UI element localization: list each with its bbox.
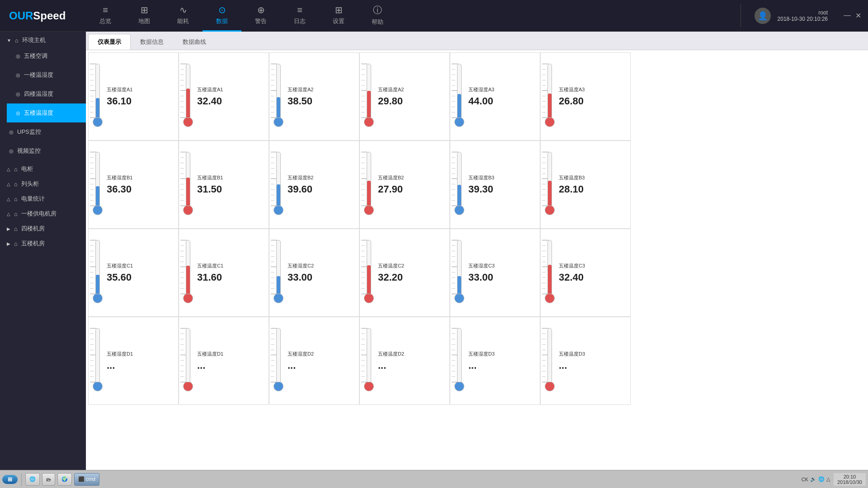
gauge-cell-2-3[interactable]: 五楼温度C232.20 [359,229,450,317]
gauge-cell-1-4[interactable]: 五楼湿度B339.30 [450,141,540,229]
gauge-cell-0-0[interactable]: 五楼湿度A136.10 [88,52,179,141]
taskbar-browser[interactable]: 🌍 [57,473,72,486]
taskbar-folder[interactable]: 🗁 [42,473,55,486]
gauge-cell-3-2[interactable]: 五楼湿度D2... [269,317,359,405]
gauge-cell-0-4[interactable]: 五楼湿度A344.00 [450,52,540,141]
gauge-cell-1-0[interactable]: 五楼湿度B136.30 [88,141,179,229]
nav-item-alert[interactable]: ⊕警告 [241,0,280,32]
gauge-cell-2-2[interactable]: 五楼湿度C233.00 [269,229,359,317]
nav-item-data[interactable]: ⊙数据 [203,0,241,32]
gauge-label-3-2: 五楼湿度D2 [288,351,314,357]
gauge-cell-0-1[interactable]: 五楼温度A132.40 [179,52,269,141]
username: root [778,9,828,16]
thermometer-blue [453,61,466,131]
thermometer-red [362,326,376,396]
gauge-cell-3-0[interactable]: 五楼湿度D1... [88,317,179,405]
nav-label-data: 数据 [216,17,228,25]
thermometer-blue [272,326,285,396]
taskbar-right: CK 🔊 🌐 △ 20:10 2018/10/30 [802,473,866,486]
sidebar-item-3[interactable]: ◎五楼温湿度 [7,103,86,122]
taskbar-cmd[interactable]: ⬛ cmd [74,473,99,486]
sidebar-group-env[interactable]: ▼⌂环境主机 [0,32,86,47]
gauge-label-1-1: 五楼温度B1 [197,174,223,181]
nav-icon-map: ⊞ [141,5,148,15]
gauge-cell-1-1[interactable]: 五楼温度B131.50 [179,141,269,229]
sidebar-group-floor-1[interactable]: ▶⌂五楼机房 [0,235,86,250]
thermometer-red [543,61,557,131]
sidebar-item-extra-1[interactable]: ◎视频监控 [0,141,86,160]
gauge-cell-3-4[interactable]: 五楼湿度D3... [450,317,540,405]
sidebar-group-0[interactable]: △⌂电柜 [0,160,86,175]
home-icon-3: ⌂ [14,211,18,217]
gauge-cell-2-1[interactable]: 五楼温度C131.60 [179,229,269,317]
nav-item-help[interactable]: ⓘ帮助 [358,0,397,32]
nav-icon-settings: ⊞ [335,5,343,15]
nav-item-map[interactable]: ⊞地图 [125,0,164,32]
start-button[interactable]: ⊞ [2,475,18,484]
gauge-cell-2-4[interactable]: 五楼湿度C333.00 [450,229,540,317]
caret-icon-1: △ [7,182,10,187]
gauge-cell-0-3[interactable]: 五楼温度A229.80 [359,52,450,141]
gauge-cell-3-3[interactable]: 五楼温度D2... [359,317,450,405]
gauge-value-1-0: 36.30 [107,183,132,195]
sidebar-item-1[interactable]: ◎一楼温湿度 [7,66,86,84]
nav-item-overview[interactable]: ≡总览 [86,0,125,32]
caret-icon-f1: ▶ [7,241,10,246]
circle-icon-1: ◎ [16,72,20,78]
gauge-value-1-3: 27.90 [378,183,403,195]
gauge-info-2-3: 五楼温度C232.20 [376,263,447,283]
gauge-cell-1-2[interactable]: 五楼湿度B239.60 [269,141,359,229]
thermometer-blue [272,238,285,308]
nav-item-energy[interactable]: ∿能耗 [164,0,203,32]
gauge-cell-1-3[interactable]: 五楼温度B227.90 [359,141,450,229]
gauge-cell-3-5[interactable]: 五楼温度D3... [540,317,631,405]
gauge-value-2-0: 35.60 [107,272,132,283]
tab-2[interactable]: 数据曲线 [173,34,216,50]
home-icon-2: ⌂ [14,196,18,202]
nav-label-help: 帮助 [372,18,383,26]
sidebar-group-2[interactable]: △⌂电量统计 [0,190,86,205]
gauge-label-1-4: 五楼湿度B3 [468,174,494,181]
gauge-cell-2-5[interactable]: 五楼温度C332.40 [540,229,631,317]
nav-icon-help: ⓘ [373,4,382,16]
gauge-value-0-5: 26.80 [559,95,584,107]
sidebar-group-3[interactable]: △⌂一楼供电机房 [0,205,86,220]
gauge-cell-3-1[interactable]: 五楼温度D1... [179,317,269,405]
nav-separator [741,5,741,27]
gauge-grid[interactable]: 五楼湿度A136.10五楼温度A132.40五楼湿度A238.50五楼温度A22… [86,50,868,470]
thermometer-red [181,61,195,131]
gauge-value-0-2: 38.50 [288,95,312,107]
nav-label-overview: 总览 [99,17,111,25]
gauge-value-0-3: 29.80 [378,95,403,107]
thermometer-red [362,238,376,308]
nav-item-settings[interactable]: ⊞设置 [319,0,358,32]
thermometer-red [181,326,195,396]
gauge-info-1-2: 五楼湿度B239.60 [285,174,357,195]
sidebar-group-floor-0[interactable]: ▶⌂四楼机房 [0,220,86,235]
caret-icon-2: △ [7,197,10,202]
gauge-info-1-3: 五楼温度B227.90 [376,174,447,195]
circle-icon-0: ◎ [16,53,20,59]
gauge-value-1-4: 39.30 [468,183,493,195]
gauge-cell-0-2[interactable]: 五楼湿度A238.50 [269,52,359,141]
gauge-cell-1-5[interactable]: 五楼温度B328.10 [540,141,631,229]
gauge-value-1-5: 28.10 [559,183,584,195]
minimize-icon[interactable]: — [844,11,851,20]
gauge-cell-0-5[interactable]: 五楼温度A326.80 [540,52,631,141]
sidebar-item-2[interactable]: ◎四楼温湿度 [7,84,86,103]
window-controls[interactable]: — ✕ [837,11,868,20]
sidebar-item-extra-0[interactable]: ◎UPS监控 [0,122,86,141]
taskbar-ie[interactable]: 🌐 [25,473,40,486]
nav-item-log[interactable]: ≡日志 [280,0,319,32]
gauge-label-1-2: 五楼湿度B2 [288,174,313,181]
thermometer-blue [272,61,285,131]
close-icon[interactable]: ✕ [855,11,861,20]
thermometer-blue [453,150,466,220]
sidebar-group-1[interactable]: △⌂列头柜 [0,175,86,190]
gauge-info-2-0: 五楼湿度C135.60 [104,263,176,283]
tab-1[interactable]: 数据信息 [131,34,173,50]
gauge-label-0-4: 五楼湿度A3 [468,86,494,93]
tab-0[interactable]: 仪表显示 [88,34,131,50]
sidebar-item-0[interactable]: ◎五楼空调 [7,47,86,66]
gauge-cell-2-0[interactable]: 五楼湿度C135.60 [88,229,179,317]
